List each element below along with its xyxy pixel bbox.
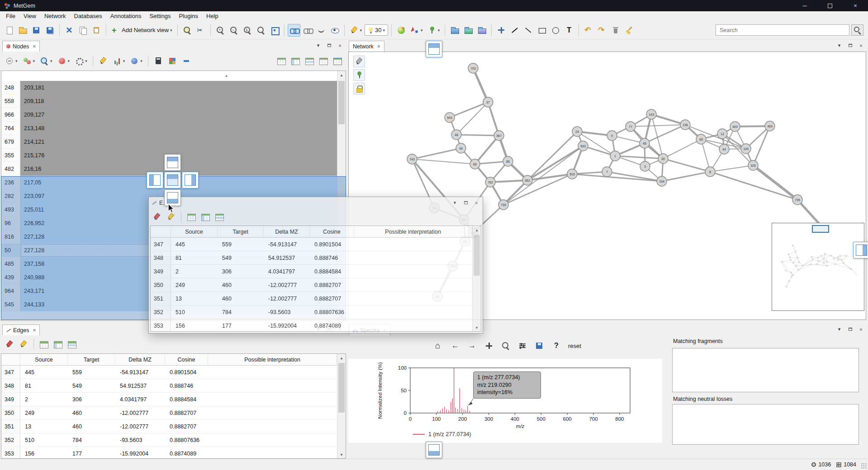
menu-help[interactable]: Help: [202, 12, 223, 20]
menu-file[interactable]: File: [2, 12, 19, 20]
tab-network[interactable]: Network ×: [349, 41, 384, 52]
text-tool[interactable]: [563, 24, 575, 37]
zoom-out[interactable]: [228, 24, 240, 37]
size-mapping[interactable]: ▾: [426, 24, 442, 37]
network-minimap[interactable]: 7033754348367743466685762952733577391218…: [772, 223, 864, 311]
export-table[interactable]: [331, 55, 344, 67]
fullscreen[interactable]: [268, 24, 281, 37]
add-network-view[interactable]: Add Network view▾: [109, 24, 174, 37]
delete-item[interactable]: [609, 24, 622, 37]
floating-scrollbar[interactable]: ▴ ▾: [472, 226, 481, 331]
spectra-menu-button[interactable]: ▾: [835, 325, 843, 333]
network-float-button[interactable]: [846, 42, 854, 49]
menu-network[interactable]: Network: [40, 12, 70, 20]
search-input[interactable]: [716, 24, 849, 36]
edges-column-header[interactable]: Source: [171, 226, 218, 237]
menu-databases[interactable]: Databases: [70, 12, 106, 20]
open-project[interactable]: [16, 24, 29, 37]
edges-row[interactable]: 35113460-12.0027770.8882707: [1, 420, 337, 433]
edges-column-header[interactable]: Possible interpretation: [208, 354, 337, 365]
zoom-in[interactable]: [214, 24, 227, 37]
save-project[interactable]: [30, 24, 43, 37]
dock-indicator-window-bottom[interactable]: [426, 442, 442, 458]
resize-grip[interactable]: [861, 463, 867, 469]
nodes-row[interactable]: 558209,118: [1, 94, 337, 108]
edges-column-header[interactable]: Delta MZ: [264, 226, 310, 237]
dock-indicator-center[interactable]: [164, 172, 181, 188]
floating-panel-titlebar[interactable]: E... ▾ ×: [149, 197, 483, 208]
heatmap[interactable]: [166, 55, 179, 67]
hide-isolated-nodes[interactable]: [315, 24, 327, 37]
network-menu-button[interactable]: ▾: [835, 42, 843, 49]
rect-tool[interactable]: [536, 24, 548, 37]
zoom-reset[interactable]: [241, 24, 254, 37]
edges-row[interactable]: 352510784-93.56030.88807636: [151, 306, 472, 319]
column-mapping[interactable]: [303, 55, 316, 67]
tab-nodes[interactable]: Nodes ×: [2, 41, 40, 52]
scroll-handle[interactable]: [338, 363, 345, 413]
link-selection[interactable]: [301, 24, 314, 37]
scroll-down-icon[interactable]: ▾: [337, 451, 346, 458]
copy[interactable]: [76, 24, 89, 37]
edges-row[interactable]: 35113460-12.0027770.8882707: [151, 292, 472, 306]
scroll-up-icon[interactable]: ▴: [337, 354, 346, 362]
freeze-columns[interactable]: [317, 55, 330, 67]
zoom-to-rect[interactable]: [499, 339, 512, 352]
move-tool[interactable]: [495, 24, 508, 37]
undo[interactable]: [582, 24, 595, 37]
find[interactable]: [181, 24, 194, 37]
nodes-row[interactable]: 248203,181: [1, 81, 337, 94]
show-selected-columns[interactable]: [52, 338, 64, 351]
scroll-up-icon[interactable]: ▴: [473, 226, 481, 234]
highlight-red[interactable]: [3, 338, 16, 351]
floating-menu-button[interactable]: ▾: [451, 199, 459, 207]
edges-row[interactable]: 350249460-12.0027770.8882707: [151, 278, 472, 292]
floating-dock-button[interactable]: [462, 199, 470, 207]
import-group-mapping[interactable]: [462, 24, 474, 37]
network-close-button[interactable]: ×: [857, 42, 865, 49]
show-selected-columns[interactable]: [289, 55, 302, 67]
highlight-yellow[interactable]: [97, 55, 109, 67]
export-metadata[interactable]: [475, 24, 488, 37]
floating-close-button[interactable]: ×: [473, 199, 480, 207]
show-isolated-nodes[interactable]: [328, 24, 341, 37]
edges-row[interactable]: 352510784-93.56030.88807636: [1, 433, 337, 447]
edges-scrollbar[interactable]: ▴ ▾: [337, 354, 346, 458]
node-settings[interactable]: ▾: [73, 55, 89, 67]
scroll-up-icon[interactable]: ▴: [337, 71, 346, 79]
scroll-handle[interactable]: [338, 81, 345, 124]
color-mapping[interactable]: [395, 24, 408, 37]
clear-annotations[interactable]: [623, 24, 636, 37]
tab-network-close-icon[interactable]: ×: [377, 43, 380, 50]
edges-row[interactable]: 353156177-15.9920040.8874089: [151, 319, 472, 332]
pie-chart-colors[interactable]: ▾: [408, 24, 425, 37]
process-file[interactable]: [63, 24, 76, 37]
edges-row[interactable]: 34923064.03417970.8884584: [151, 265, 472, 278]
menu-plugins[interactable]: Plugins: [175, 12, 202, 20]
edges-row[interactable]: 347445559-54.9131470.8901504: [1, 366, 337, 379]
menu-annotations[interactable]: Annotations: [106, 12, 146, 20]
tab-edges[interactable]: Edges ×: [2, 324, 40, 335]
node-scale[interactable]: 30▾: [365, 24, 388, 36]
forward[interactable]: [465, 339, 479, 352]
nodes-float-button[interactable]: [325, 42, 333, 49]
nodes-row[interactable]: 764213,148: [1, 122, 337, 135]
help[interactable]: [549, 339, 563, 352]
edges-row[interactable]: 350249460-12.0027770.8882707: [1, 406, 337, 420]
group-collapse[interactable]: ▾: [3, 55, 19, 67]
formula[interactable]: [152, 55, 165, 67]
ellipse-tool[interactable]: [549, 24, 562, 37]
save-project-as[interactable]: [43, 24, 56, 37]
reset[interactable]: reset: [566, 340, 583, 352]
tab-edges-close-icon[interactable]: ×: [33, 327, 36, 334]
node-info[interactable]: ▾: [128, 55, 144, 67]
network-lock-button[interactable]: [353, 83, 365, 94]
link-views[interactable]: [288, 24, 300, 37]
home[interactable]: [432, 339, 446, 352]
dock-indicator-top[interactable]: [164, 154, 181, 171]
pie-mapping[interactable]: ▾: [56, 55, 72, 67]
show-all-columns[interactable]: [38, 338, 50, 351]
dock-indicator-right[interactable]: [182, 172, 199, 188]
zoom-view[interactable]: ▾: [38, 55, 54, 67]
floating-edges-panel[interactable]: E... ▾ × SourceTargetDelta MZCosinePossi…: [148, 197, 483, 334]
